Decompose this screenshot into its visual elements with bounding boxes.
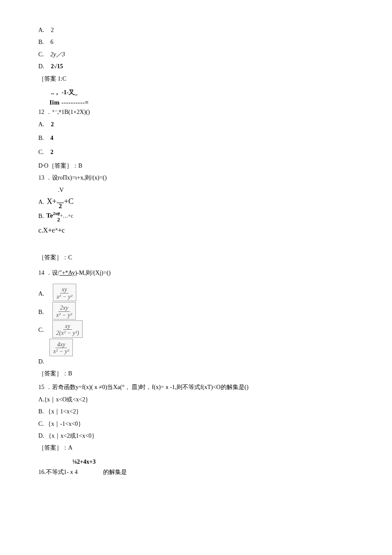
option-label: A. bbox=[38, 27, 44, 33]
frac-den: x² − y² bbox=[55, 293, 74, 300]
option-label: B. bbox=[38, 135, 44, 141]
q13-b-u2: 2 bbox=[57, 217, 60, 222]
fraction-box: xy 2(x² − y²) bbox=[52, 320, 83, 338]
q11-option-c: C. 2y／3 bbox=[38, 50, 354, 59]
q14-stem: 14 ．设/″+*Ay)-M,则/(Xj)=() bbox=[38, 268, 354, 278]
option-label: C. bbox=[38, 325, 44, 337]
q12-expr-line2: Iim ----------= bbox=[49, 97, 354, 108]
q14-stem-pre: 14 ．设/ bbox=[38, 270, 59, 276]
option-label: A. bbox=[38, 289, 44, 301]
q13-options: .V A. X+ 2+C B. Te2xe2+…+c c.X+eˣ+c bbox=[38, 186, 354, 236]
q13-a-expr: X+ 2+C bbox=[47, 195, 74, 209]
q15-stem: 15 ．若奇函数y=f(x)(ｘ≠0)当Xa(°， 皿)时，f(x)=ｘ-1,则… bbox=[38, 383, 354, 392]
option-label: B. bbox=[38, 39, 44, 45]
q15-answer: ［答案］：A bbox=[38, 443, 354, 453]
q12-option-c: C. 2 bbox=[38, 148, 354, 157]
q13-a-left: X+ bbox=[47, 197, 57, 206]
q14-options: A. xy x² − y² B. 2xy x² − y² C. xy 2(x² … bbox=[38, 284, 354, 366]
fraction-box: xy x² − y² bbox=[53, 284, 76, 301]
option-label: A. bbox=[38, 198, 44, 207]
option-label: B. bbox=[38, 308, 44, 320]
q14-answer: ［答案］：B bbox=[38, 369, 354, 378]
q11-option-b: B. 6 bbox=[38, 38, 354, 47]
q12-option-d-answer: D·O［答案］：B bbox=[38, 161, 354, 171]
q14-option-b: B. 2xy x² − y² bbox=[38, 302, 354, 320]
option-text: 2y／3 bbox=[50, 51, 65, 58]
q13-b-right: +…+c bbox=[60, 213, 73, 219]
q16-superscript-expr: ⅛2+4x+3 bbox=[72, 457, 354, 467]
q13-a-den: 2 bbox=[58, 203, 63, 209]
q13-b-e: e bbox=[57, 210, 60, 217]
option-label: C. bbox=[38, 51, 44, 58]
q12-expr-line1: ..， -1-又_ bbox=[51, 88, 354, 97]
frac-num: 2xy bbox=[58, 305, 70, 311]
frac-den: 2(x² − y²) bbox=[55, 330, 81, 336]
q16: ⅛2+4x+3 16.不等式1-ｘ4 的解集是 bbox=[38, 457, 354, 477]
option-text: 6 bbox=[50, 39, 53, 45]
frac-num: 4xy bbox=[55, 341, 67, 348]
frac-den: x² − y² bbox=[52, 348, 71, 355]
q13-a-right: +C bbox=[64, 197, 73, 206]
q12-option-a: A. 2 bbox=[38, 120, 354, 129]
frac-den: x² − y² bbox=[55, 312, 74, 318]
q13-stem: 13 ．设roΠx)=ι+x,则/(x)=() bbox=[38, 173, 354, 183]
frac-num: xy bbox=[60, 286, 69, 293]
fraction-box: 2xy x² − y² bbox=[52, 302, 76, 320]
q14-stem-post: -M,则/(Xj)=() bbox=[77, 270, 111, 276]
q13-b-left: Te bbox=[46, 212, 53, 219]
q13-option-b: B. Te2xe2+…+c bbox=[38, 210, 354, 222]
q13-option-a: A. X+ 2+C bbox=[38, 195, 354, 209]
option-label: B. bbox=[38, 212, 44, 221]
q16-left: 16.不等式1-ｘ4 bbox=[38, 469, 78, 475]
option-text: 2√15 bbox=[51, 63, 63, 70]
q13-option-c: c.X+eˣ+c bbox=[38, 225, 354, 236]
option-text: 2 bbox=[51, 121, 54, 128]
q11-option-a: A. 2 bbox=[38, 26, 354, 35]
q15-option-a: Λ.{x｜x<O或<x<2} bbox=[38, 395, 354, 404]
option-text: 2 bbox=[51, 27, 54, 33]
fraction-box: 4xy x² − y² bbox=[49, 339, 73, 356]
q12-expression: ..， -1-又_ Iim ----------= 12 ．ˣ⁻,ᵒ1B(1+2… bbox=[38, 88, 354, 117]
q15-option-d: D. ｛x｜x<2或1<x<0｝ bbox=[38, 431, 354, 441]
q16-stem: 16.不等式1-ｘ4 的解集是 bbox=[38, 468, 354, 477]
q13-answer: ［答案］：C bbox=[38, 253, 354, 262]
q15-option-c: C. ｛x｜-1<x<0｝ bbox=[38, 419, 354, 429]
option-label: A. bbox=[38, 121, 44, 128]
frac-num: xy bbox=[63, 323, 72, 330]
q16-right: 的解集是 bbox=[103, 469, 127, 475]
q11-option-d: D. 2√15 bbox=[38, 62, 354, 71]
q14-option-d-frac: 4xy x² − y² bbox=[38, 339, 354, 356]
option-label: D. bbox=[38, 63, 44, 70]
q13-b-sup: 2x bbox=[53, 212, 57, 216]
q14-option-d-label: D. bbox=[38, 357, 354, 366]
option-text: 4 bbox=[50, 135, 53, 141]
option-label: C. bbox=[38, 149, 44, 155]
q13-a-numerator: .V bbox=[58, 186, 354, 195]
q12-option-b: B. 4 bbox=[38, 134, 354, 143]
q12-stem: 12 ．ˣ⁻,ᵒ1B(1+2X)() bbox=[38, 108, 354, 117]
q15-option-b: B. ｛x｜1<x<2｝ bbox=[38, 407, 354, 416]
q14-stem-under: ″+*Ay) bbox=[59, 270, 77, 276]
q13-b-expr: Te2xe2+…+c bbox=[46, 210, 73, 222]
option-text: 2 bbox=[50, 149, 53, 155]
q14-option-c: C. xy 2(x² − y²) bbox=[38, 320, 354, 338]
q11-answer: ［答案 1:C bbox=[38, 74, 354, 84]
q14-option-a: A. xy x² − y² bbox=[38, 284, 354, 301]
